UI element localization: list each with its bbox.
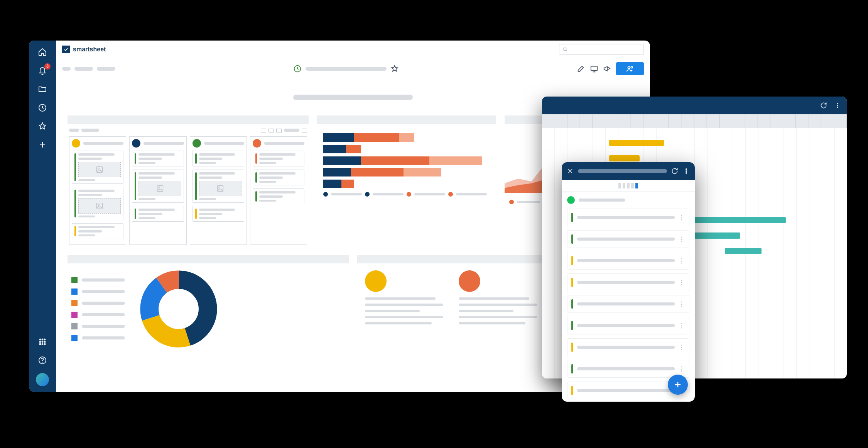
donut-chart	[140, 270, 217, 348]
donut-widget[interactable]	[68, 255, 349, 351]
item-more-icon[interactable]: ⋮	[679, 322, 685, 329]
list-item[interactable]: ⋮	[567, 338, 689, 356]
kanban-card[interactable]	[132, 151, 184, 166]
bell-icon[interactable]: 3	[37, 65, 48, 76]
gantt-bar[interactable]	[679, 217, 786, 223]
svg-point-31	[837, 107, 838, 108]
mobile-title-placeholder	[578, 169, 667, 173]
help-icon[interactable]	[37, 355, 48, 366]
dashboard-title-placeholder	[293, 95, 413, 100]
present-icon[interactable]	[590, 64, 598, 73]
list-item[interactable]: ⋮	[567, 273, 689, 291]
image-placeholder-icon	[78, 198, 121, 214]
apps-icon[interactable]	[37, 336, 48, 348]
item-more-icon[interactable]: ⋮	[679, 214, 685, 221]
search-input[interactable]	[559, 44, 644, 55]
mobile-list: ⋮⋮⋮⋮⋮⋮⋮⋮⋮⋮	[562, 209, 695, 402]
item-more-icon[interactable]: ⋮	[679, 279, 685, 286]
account-avatar[interactable]	[36, 373, 49, 386]
bar-chart-widget[interactable]	[317, 115, 496, 246]
avatar	[72, 139, 80, 148]
kanban-lane[interactable]	[250, 136, 307, 245]
legend-item[interactable]	[71, 323, 125, 329]
plus-icon[interactable]	[37, 139, 48, 151]
kanban-card[interactable]	[132, 170, 184, 203]
kanban-card[interactable]	[72, 187, 123, 220]
kanban-card[interactable]	[72, 223, 123, 239]
more-icon[interactable]	[834, 102, 841, 109]
status-dot-icon	[567, 196, 575, 204]
fab-add-button[interactable]	[668, 375, 688, 395]
kanban-lane[interactable]	[129, 136, 186, 245]
kanban-widget[interactable]	[68, 115, 309, 246]
svg-point-29	[837, 103, 838, 104]
svg-rect-23	[217, 186, 223, 192]
list-item[interactable]: ⋮	[567, 252, 689, 270]
brand-logo[interactable]: smartsheet	[62, 46, 106, 53]
svg-point-11	[42, 362, 43, 363]
edit-icon[interactable]	[577, 64, 585, 73]
kanban-lane[interactable]	[69, 136, 126, 245]
sheet-title[interactable]	[293, 64, 399, 73]
svg-rect-21	[157, 186, 163, 192]
title-placeholder	[306, 67, 387, 71]
item-more-icon[interactable]: ⋮	[679, 344, 685, 351]
item-more-icon[interactable]: ⋮	[679, 365, 685, 373]
legend-item[interactable]	[71, 277, 125, 283]
kanban-card[interactable]	[132, 206, 184, 222]
mobile-summary-row[interactable]	[562, 192, 695, 209]
home-icon[interactable]	[37, 46, 48, 58]
kanban-card[interactable]	[193, 170, 244, 203]
kanban-card[interactable]	[193, 151, 244, 166]
avatar	[193, 139, 201, 148]
svg-point-34	[686, 173, 687, 174]
person-card[interactable]	[459, 270, 537, 328]
person-card[interactable]	[365, 270, 443, 328]
list-item[interactable]: ⋮	[567, 295, 689, 313]
item-more-icon[interactable]: ⋮	[679, 257, 685, 265]
svg-rect-19	[97, 203, 103, 209]
gantt-bar[interactable]	[609, 155, 640, 161]
svg-point-8	[42, 344, 43, 345]
kanban-card[interactable]	[193, 206, 244, 222]
refresh-icon[interactable]	[820, 102, 827, 109]
legend-item[interactable]	[71, 335, 125, 341]
gantt-header	[542, 97, 847, 114]
kanban-lane[interactable]	[190, 136, 247, 245]
avatar	[459, 270, 480, 292]
top-bar: smartsheet	[56, 41, 650, 58]
star-icon[interactable]	[37, 120, 48, 132]
more-icon[interactable]	[682, 167, 690, 175]
legend-item[interactable]	[71, 300, 125, 306]
sheet-type-icon	[293, 64, 302, 73]
svg-point-12	[564, 48, 566, 50]
brand-text: smartsheet	[73, 46, 106, 53]
list-item[interactable]: ⋮	[567, 317, 689, 334]
legend-item[interactable]	[71, 288, 125, 295]
share-button[interactable]	[616, 62, 644, 75]
item-more-icon[interactable]: ⋮	[679, 236, 685, 243]
breadcrumb[interactable]	[62, 67, 115, 71]
svg-point-7	[40, 344, 41, 345]
brand-mark-icon	[62, 46, 70, 53]
gantt-bar[interactable]	[609, 140, 664, 146]
action-bar	[56, 58, 650, 79]
kanban-card[interactable]	[72, 151, 123, 184]
close-icon[interactable]	[566, 167, 574, 175]
kanban-card[interactable]	[253, 151, 304, 166]
megaphone-icon[interactable]	[603, 64, 611, 73]
list-item[interactable]: ⋮	[567, 360, 689, 378]
folder-icon[interactable]	[37, 83, 48, 95]
item-more-icon[interactable]: ⋮	[679, 300, 685, 308]
gantt-bar[interactable]	[725, 248, 762, 254]
kanban-card[interactable]	[253, 188, 304, 204]
list-item[interactable]: ⋮	[567, 230, 689, 248]
legend-item[interactable]	[71, 312, 125, 318]
list-item[interactable]: ⋮	[567, 209, 689, 226]
image-placeholder-icon	[199, 181, 241, 196]
kanban-card[interactable]	[253, 170, 304, 185]
clock-icon[interactable]	[37, 102, 48, 114]
refresh-icon[interactable]	[671, 167, 679, 175]
favorite-icon[interactable]	[390, 64, 399, 73]
avatar	[132, 139, 140, 148]
